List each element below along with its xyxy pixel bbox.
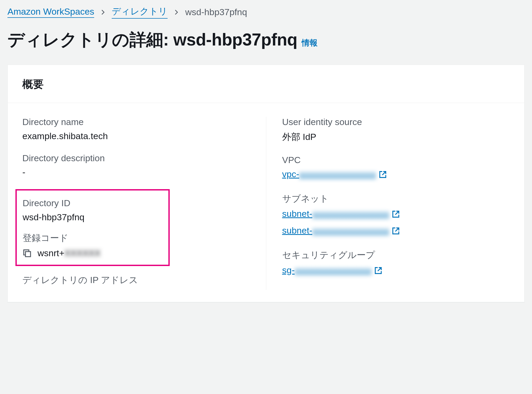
label-vpc: VPC [282, 155, 510, 165]
chevron-right-icon [173, 7, 179, 17]
field-user-identity-source: User identity source 外部 IdP [282, 117, 510, 143]
field-directory-id: Directory ID wsd-hbp37pfnq [23, 198, 163, 222]
chevron-right-icon [100, 7, 106, 17]
svg-rect-0 [26, 251, 31, 256]
breadcrumb-current: wsd-hbp37pfnq [185, 7, 247, 17]
external-link-icon [379, 170, 387, 178]
label-security-group: セキュリティグループ [282, 249, 510, 261]
link-vpc[interactable]: vpc-xxxxxxxxxxxxxxxxx [282, 169, 387, 179]
external-link-icon [392, 227, 400, 235]
breadcrumb: Amazon WorkSpaces ディレクトリ wsd-hbp37pfnq [7, 4, 525, 23]
field-security-group: セキュリティグループ sg-xxxxxxxxxxxxxxxxx [282, 249, 510, 277]
field-registration-code: 登録コード wsnrt+XXXXXX [23, 232, 163, 258]
breadcrumb-directories-link[interactable]: ディレクトリ [112, 5, 168, 19]
field-directory-ip: ディレクトリの IP アドレス [22, 274, 250, 286]
label-registration-code: 登録コード [23, 232, 163, 244]
page-title: ディレクトリの詳細: wsd-hbp37pfnq [7, 28, 297, 51]
field-directory-name: Directory name example.shibata.tech [22, 117, 250, 141]
panel-heading: 概要 [22, 77, 510, 103]
copy-icon[interactable] [23, 249, 32, 258]
value-user-identity-source: 外部 IdP [282, 131, 510, 143]
field-vpc: VPC vpc-xxxxxxxxxxxxxxxxx [282, 155, 510, 181]
summary-panel: 概要 Directory name example.shibata.tech D… [7, 65, 525, 302]
info-link[interactable]: 情報 [302, 38, 318, 48]
value-directory-name: example.shibata.tech [22, 131, 250, 141]
label-directory-id: Directory ID [23, 198, 163, 208]
external-link-icon [392, 210, 400, 218]
label-directory-ip: ディレクトリの IP アドレス [22, 274, 250, 286]
link-subnet-2[interactable]: subnet-xxxxxxxxxxxxxxxxx [282, 225, 400, 236]
divider [8, 103, 524, 103]
value-directory-description: - [22, 167, 250, 177]
label-directory-name: Directory name [22, 117, 250, 127]
breadcrumb-root-link[interactable]: Amazon WorkSpaces [7, 6, 94, 18]
link-security-group[interactable]: sg-xxxxxxxxxxxxxxxxx [282, 265, 382, 275]
link-subnet-1[interactable]: subnet-xxxxxxxxxxxxxxxxx [282, 209, 400, 219]
highlight-box: Directory ID wsd-hbp37pfnq 登録コード [15, 189, 170, 266]
value-registration-code: wsnrt+XXXXXX [38, 248, 101, 258]
value-directory-id: wsd-hbp37pfnq [23, 212, 163, 222]
label-user-identity-source: User identity source [282, 117, 510, 127]
column-divider [266, 117, 266, 290]
field-subnets: サブネット subnet-xxxxxxxxxxxxxxxxx [282, 193, 510, 237]
external-link-icon [374, 266, 382, 274]
label-directory-description: Directory description [22, 153, 250, 163]
label-subnets: サブネット [282, 193, 510, 205]
field-directory-description: Directory description - [22, 153, 250, 177]
